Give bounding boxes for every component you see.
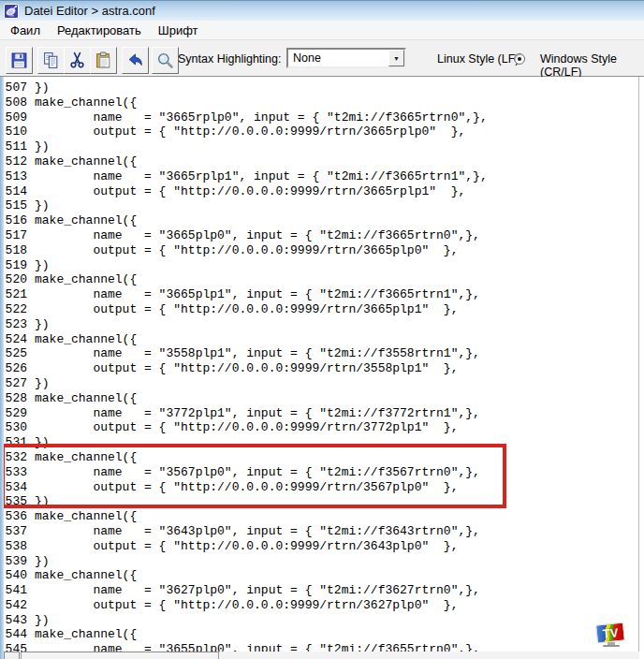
tv-logo: TV <box>595 623 627 650</box>
line-number: 525 <box>4 346 35 361</box>
undo-button[interactable] <box>122 47 149 74</box>
line-number: 545 <box>4 642 35 652</box>
linux-style-label: Linux Style (LF) <box>437 52 520 66</box>
code-text: name = "3665rplp0", input = { "t2mi://f3… <box>35 110 488 124</box>
code-text: make_channel({ <box>35 509 137 523</box>
menu-bar: Фаил Редактировать Шрифт <box>0 21 644 40</box>
cut-icon <box>68 51 86 69</box>
line-number: 535 <box>4 494 35 509</box>
linux-style-radio[interactable] <box>514 53 525 65</box>
line-number: 539 <box>4 554 35 569</box>
code-line: 537 name = "3643plp0", input = { "t2mi:/… <box>4 524 638 539</box>
code-text: name = "3665plp1", input = { "t2mi://f36… <box>35 287 480 301</box>
code-text: }) <box>35 139 50 154</box>
code-line: 545 name = "3655plp0", input = { "t2mi:/… <box>4 642 638 652</box>
code-line: 540make_channel({ <box>4 568 638 583</box>
code-text: name = "3655plp0", input = { "t2mi://f36… <box>35 642 480 652</box>
code-line: 521 name = "3665plp1", input = { "t2mi:/… <box>4 287 638 302</box>
code-text: name = "3643plp0", input = { "t2mi://f36… <box>35 524 480 538</box>
line-number: 521 <box>4 287 35 302</box>
code-line: 520make_channel({ <box>4 272 638 287</box>
line-number: 530 <box>4 420 35 435</box>
undo-icon <box>126 51 144 69</box>
line-number: 517 <box>4 228 35 243</box>
code-line: 535}) <box>4 494 638 509</box>
code-text: make_channel({ <box>35 450 137 464</box>
code-text: }) <box>35 81 50 95</box>
line-number: 526 <box>4 361 35 376</box>
code-text: make_channel({ <box>35 391 137 405</box>
search-button[interactable] <box>152 47 179 74</box>
menu-font[interactable]: Шрифт <box>150 22 207 39</box>
code-text: make_channel({ <box>35 332 137 346</box>
line-number: 523 <box>4 317 35 332</box>
code-line: 536make_channel({ <box>4 509 638 524</box>
code-text: output = { "http://0.0.0.0:9999/rtrn/377… <box>35 420 458 434</box>
code-text: make_channel({ <box>35 154 137 168</box>
code-line: 530 output = { "http://0.0.0.0:9999/rtrn… <box>4 420 638 435</box>
save-button[interactable] <box>6 47 33 74</box>
code-text: output = { "http://0.0.0.0:9999/rtrn/362… <box>35 598 458 612</box>
code-text: }) <box>35 613 50 627</box>
code-text: }) <box>35 494 50 508</box>
paste-button[interactable] <box>90 47 117 74</box>
line-number: 541 <box>4 583 35 598</box>
line-number: 522 <box>4 302 35 317</box>
code-line: 509 name = "3665rplp0", input = { "t2mi:… <box>4 110 638 125</box>
code-line: 539}) <box>4 554 638 569</box>
code-text: make_channel({ <box>35 568 137 582</box>
syntax-highlighting-dropdown[interactable]: None ▼ <box>286 48 406 68</box>
syntax-highlighting-value: None <box>293 51 321 65</box>
code-line: 522 output = { "http://0.0.0.0:9999/rtrn… <box>4 302 638 317</box>
code-line: 512make_channel({ <box>4 154 638 169</box>
line-number: 509 <box>4 110 35 125</box>
line-number: 519 <box>4 258 35 273</box>
toolbar: Syntax Highlighting: None ▼ Linux Style … <box>0 40 644 77</box>
line-number: 537 <box>4 524 35 539</box>
tv-logo-screen: TV <box>595 622 625 643</box>
code-text: output = { "http://0.0.0.0:9999/rtrn/366… <box>35 124 465 139</box>
scrollbar-thumb[interactable] <box>21 652 219 659</box>
code-line: 524make_channel({ <box>4 332 638 347</box>
title-bar: Datei Editor > astra.conf <box>0 0 644 21</box>
menu-edit[interactable]: Редактировать <box>49 22 150 39</box>
cut-button[interactable] <box>64 47 91 74</box>
code-line: 529 name = "3772plp1", input = { "t2mi:/… <box>4 406 638 421</box>
code-line: 510 output = { "http://0.0.0.0:9999/rtrn… <box>4 124 638 139</box>
tv-logo-base <box>603 645 620 647</box>
code-line: 533 name = "3567plp0", input = { "t2mi:/… <box>4 465 638 480</box>
code-line: 526 output = { "http://0.0.0.0:9999/rtrn… <box>4 361 638 376</box>
code-line: 518 output = { "http://0.0.0.0:9999/rtrn… <box>4 243 638 258</box>
horizontal-scrollbar[interactable] <box>4 652 639 659</box>
code-text: make_channel({ <box>35 272 137 286</box>
code-line: 525 name = "3558plp1", input = { "t2mi:/… <box>4 346 638 361</box>
code-line: 507}) <box>4 81 638 95</box>
line-number: 534 <box>4 480 35 495</box>
chevron-down-icon[interactable]: ▼ <box>388 50 404 66</box>
line-number: 514 <box>4 184 35 199</box>
radio-selected-dot <box>518 57 521 61</box>
line-number: 544 <box>4 627 35 642</box>
code-text: output = { "http://0.0.0.0:9999/rtrn/364… <box>35 539 458 553</box>
code-text: name = "3665rplp1", input = { "t2mi://f3… <box>35 169 488 183</box>
line-number: 507 <box>4 81 35 95</box>
code-line: 541 name = "3627plp0", input = { "t2mi:/… <box>4 583 638 598</box>
line-number: 510 <box>4 124 35 139</box>
code-text: output = { "http://0.0.0.0:9999/rtrn/355… <box>35 361 458 375</box>
code-line: 508make_channel({ <box>4 95 638 110</box>
line-number: 524 <box>4 332 35 347</box>
line-number: 520 <box>4 272 35 287</box>
line-number: 508 <box>4 95 35 110</box>
copy-icon <box>42 51 60 69</box>
code-text: output = { "http://0.0.0.0:9999/rtrn/366… <box>35 243 458 257</box>
code-line: 528make_channel({ <box>4 391 638 406</box>
code-line: 515}) <box>4 198 638 213</box>
menu-file[interactable]: Фаил <box>2 22 49 39</box>
code-area[interactable]: 507})508make_channel({509 name = "3665rp… <box>4 77 639 652</box>
copy-button[interactable] <box>37 47 65 74</box>
code-text: }) <box>35 317 50 331</box>
scroll-left-button[interactable] <box>4 652 20 659</box>
code-line: 527}) <box>4 376 638 391</box>
code-text: }) <box>35 258 50 272</box>
line-number: 512 <box>4 154 35 169</box>
